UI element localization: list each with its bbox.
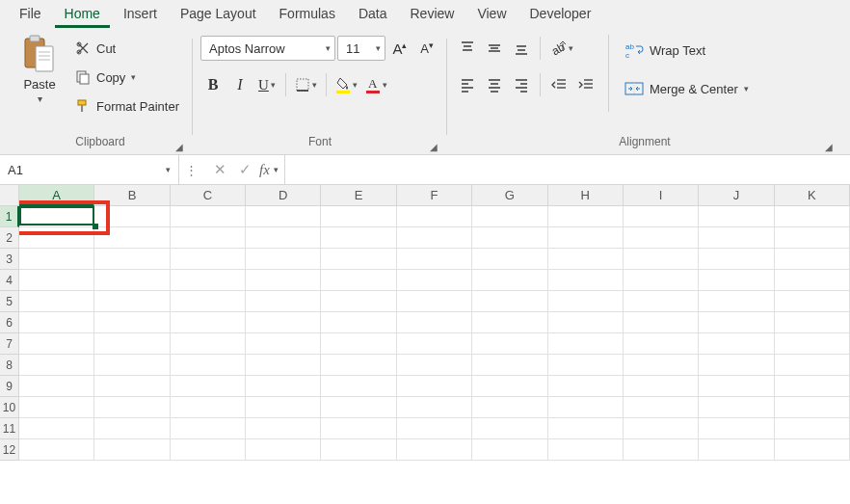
cell[interactable] bbox=[548, 439, 624, 461]
merge-center-button[interactable]: Merge & Center ▾ bbox=[619, 73, 755, 104]
cell[interactable] bbox=[246, 439, 321, 461]
cell[interactable] bbox=[94, 227, 170, 249]
cell[interactable] bbox=[775, 249, 850, 270]
italic-button[interactable]: I bbox=[227, 71, 252, 98]
cell[interactable] bbox=[699, 312, 774, 333]
cell[interactable] bbox=[548, 418, 624, 439]
increase-font-size-button[interactable]: A▴ bbox=[387, 35, 412, 62]
cell[interactable] bbox=[548, 291, 624, 312]
cell[interactable] bbox=[19, 312, 94, 333]
cell[interactable] bbox=[548, 333, 624, 355]
column-header[interactable]: I bbox=[624, 185, 699, 206]
cell[interactable] bbox=[775, 376, 850, 397]
cell[interactable] bbox=[246, 397, 321, 418]
font-size-combo[interactable]: 11 ▾ bbox=[337, 36, 385, 61]
cell[interactable] bbox=[472, 206, 547, 227]
formula-bar-input[interactable] bbox=[284, 155, 850, 184]
cell[interactable] bbox=[472, 333, 547, 355]
cell[interactable] bbox=[94, 418, 170, 439]
cancel-formula-button[interactable]: ✕ bbox=[209, 161, 230, 178]
cell[interactable] bbox=[775, 439, 850, 461]
cell[interactable] bbox=[94, 439, 170, 461]
cell[interactable] bbox=[321, 376, 396, 397]
tab-insert[interactable]: Insert bbox=[114, 2, 167, 28]
cell[interactable] bbox=[246, 249, 321, 270]
borders-button[interactable]: ▾ bbox=[292, 71, 320, 98]
fx-icon[interactable]: fx bbox=[259, 162, 270, 178]
cell[interactable] bbox=[548, 312, 624, 333]
cell[interactable] bbox=[171, 291, 246, 312]
fill-handle[interactable] bbox=[93, 224, 98, 229]
chevron-down-icon[interactable]: ▾ bbox=[274, 165, 279, 174]
cell[interactable] bbox=[472, 376, 547, 397]
cell[interactable] bbox=[246, 206, 321, 227]
cell[interactable] bbox=[548, 376, 624, 397]
cell[interactable] bbox=[171, 206, 246, 227]
cell[interactable] bbox=[699, 397, 774, 418]
row-header[interactable]: 4 bbox=[0, 270, 19, 291]
cell[interactable] bbox=[775, 206, 850, 227]
tab-review[interactable]: Review bbox=[401, 2, 465, 28]
cell[interactable] bbox=[19, 418, 94, 439]
align-left-button[interactable] bbox=[455, 71, 480, 98]
row-header[interactable]: 7 bbox=[0, 333, 19, 355]
font-dialog-launcher[interactable]: ◢ bbox=[430, 142, 438, 152]
cell[interactable] bbox=[19, 227, 94, 249]
cell[interactable] bbox=[548, 227, 624, 249]
cell[interactable] bbox=[775, 312, 850, 333]
cell[interactable] bbox=[94, 312, 170, 333]
column-header[interactable]: D bbox=[246, 185, 321, 206]
cell[interactable] bbox=[397, 418, 472, 439]
cell[interactable] bbox=[397, 227, 472, 249]
cell[interactable] bbox=[624, 439, 699, 461]
row-header[interactable]: 12 bbox=[0, 439, 19, 461]
cell[interactable] bbox=[548, 206, 624, 227]
cell[interactable] bbox=[397, 270, 472, 291]
cell[interactable] bbox=[472, 291, 547, 312]
cell[interactable] bbox=[624, 376, 699, 397]
chevron-down-icon[interactable]: ▾ bbox=[38, 93, 42, 104]
cell[interactable] bbox=[171, 249, 246, 270]
copy-button[interactable]: Copy ▾ bbox=[69, 64, 185, 91]
cell[interactable] bbox=[171, 418, 246, 439]
underline-button[interactable]: U▾ bbox=[254, 71, 279, 98]
cell[interactable] bbox=[699, 227, 774, 249]
cell[interactable] bbox=[472, 312, 547, 333]
column-header[interactable]: J bbox=[699, 185, 774, 206]
tab-file[interactable]: File bbox=[10, 2, 51, 28]
row-header[interactable]: 10 bbox=[0, 397, 19, 418]
cell[interactable] bbox=[472, 418, 547, 439]
cell[interactable] bbox=[397, 312, 472, 333]
column-header[interactable]: E bbox=[321, 185, 396, 206]
cell[interactable] bbox=[699, 333, 774, 355]
select-all-corner[interactable] bbox=[0, 185, 19, 206]
cell[interactable] bbox=[246, 270, 321, 291]
row-header[interactable]: 6 bbox=[0, 312, 19, 333]
row-header[interactable]: 3 bbox=[0, 249, 19, 270]
cell[interactable] bbox=[321, 355, 396, 376]
cell[interactable] bbox=[171, 397, 246, 418]
cell[interactable] bbox=[775, 355, 850, 376]
cell[interactable] bbox=[548, 397, 624, 418]
cell[interactable] bbox=[94, 206, 170, 227]
row-header[interactable]: 11 bbox=[0, 418, 19, 439]
cell[interactable] bbox=[624, 227, 699, 249]
tab-data[interactable]: Data bbox=[349, 2, 397, 28]
cell[interactable] bbox=[624, 312, 699, 333]
column-header[interactable]: C bbox=[171, 185, 246, 206]
cell[interactable] bbox=[397, 397, 472, 418]
tab-formulas[interactable]: Formulas bbox=[270, 2, 345, 28]
cell[interactable] bbox=[19, 397, 94, 418]
cell[interactable] bbox=[775, 418, 850, 439]
cell[interactable] bbox=[321, 312, 396, 333]
cell[interactable] bbox=[397, 355, 472, 376]
cell[interactable] bbox=[472, 397, 547, 418]
row-header[interactable]: 5 bbox=[0, 291, 19, 312]
cell[interactable] bbox=[321, 397, 396, 418]
cell[interactable] bbox=[19, 376, 94, 397]
align-top-button[interactable] bbox=[455, 35, 480, 62]
cell[interactable] bbox=[397, 439, 472, 461]
clipboard-dialog-launcher[interactable]: ◢ bbox=[175, 142, 183, 152]
cell[interactable] bbox=[19, 206, 94, 227]
cell[interactable] bbox=[397, 206, 472, 227]
